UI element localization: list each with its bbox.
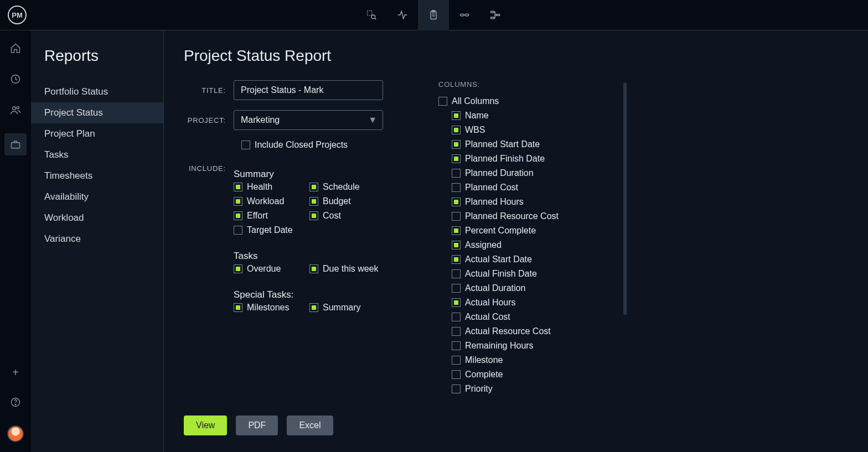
- include-special-milestones-box[interactable]: [234, 303, 242, 312]
- include-summary-cost-box[interactable]: [309, 211, 318, 220]
- flow-icon[interactable]: [480, 0, 511, 30]
- include-tasks-due-this-week[interactable]: Due this week: [309, 264, 383, 274]
- include-closed-checkbox[interactable]: Include Closed Projects: [241, 140, 348, 150]
- columns-planned-start-date-box[interactable]: [452, 140, 461, 149]
- columns-actual-hours-box[interactable]: [452, 298, 461, 307]
- svg-rect-11: [497, 14, 500, 16]
- include-summary-effort[interactable]: Effort: [234, 211, 307, 221]
- excel-button[interactable]: Excel: [287, 415, 333, 435]
- columns-actual-start-date[interactable]: Actual Start Date: [438, 254, 610, 264]
- report-link-tasks[interactable]: Tasks: [31, 144, 163, 165]
- columns-assigned-box[interactable]: [452, 241, 461, 250]
- report-link-workload[interactable]: Workload: [31, 207, 163, 228]
- include-summary-workload-box[interactable]: [234, 197, 242, 206]
- columns-planned-cost-box[interactable]: [452, 183, 461, 192]
- columns-complete-box[interactable]: [452, 370, 461, 379]
- include-summary-workload[interactable]: Workload: [234, 196, 307, 206]
- include-summary-target-date[interactable]: Target Date: [234, 225, 307, 235]
- include-tasks-overdue-box[interactable]: [234, 264, 242, 273]
- report-link-availability[interactable]: Availability: [31, 186, 163, 207]
- include-summary-schedule-box[interactable]: [309, 183, 318, 191]
- columns-wbs-box[interactable]: [452, 126, 461, 134]
- columns-actual-duration[interactable]: Actual Duration: [438, 283, 610, 293]
- include-special-summary-box[interactable]: [309, 303, 318, 312]
- help-icon[interactable]: [8, 394, 23, 410]
- logo[interactable]: PM: [8, 6, 27, 24]
- columns-actual-resource-cost-box[interactable]: [452, 327, 461, 336]
- add-icon[interactable]: +: [12, 366, 19, 379]
- project-select[interactable]: Marketing ▼: [234, 110, 383, 130]
- columns-planned-finish-date[interactable]: Planned Finish Date: [438, 154, 610, 164]
- include-summary-budget-box[interactable]: [309, 197, 318, 206]
- svg-point-17: [15, 404, 16, 405]
- include-tasks-overdue[interactable]: Overdue: [234, 264, 307, 274]
- include-summary-health-box[interactable]: [234, 183, 242, 191]
- columns-priority[interactable]: Priority: [438, 384, 610, 394]
- columns-name[interactable]: Name: [438, 111, 610, 121]
- include-closed-label: Include Closed Projects: [255, 140, 348, 150]
- columns-actual-cost-box[interactable]: [452, 313, 461, 321]
- scrollbar[interactable]: [623, 82, 627, 315]
- columns-actual-finish-date[interactable]: Actual Finish Date: [438, 269, 610, 279]
- include-summary-budget[interactable]: Budget: [309, 196, 383, 206]
- include-summary-target-date-box[interactable]: [234, 226, 242, 235]
- clipboard-icon[interactable]: [418, 0, 449, 30]
- pdf-button[interactable]: PDF: [236, 415, 278, 435]
- columns-planned-hours-box[interactable]: [452, 198, 461, 206]
- include-tasks-due-this-week-box[interactable]: [309, 264, 318, 273]
- columns-actual-resource-cost-label: Actual Resource Cost: [465, 326, 551, 336]
- columns-assigned[interactable]: Assigned: [438, 240, 610, 250]
- include-special-milestones[interactable]: Milestones: [234, 303, 307, 313]
- overview-icon[interactable]: [356, 0, 387, 30]
- columns-percent-complete-box[interactable]: [452, 226, 461, 235]
- columns-milestone-box[interactable]: [452, 356, 461, 365]
- columns-milestone[interactable]: Milestone: [438, 355, 610, 365]
- report-link-project-plan[interactable]: Project Plan: [31, 123, 163, 144]
- briefcase-icon[interactable]: [4, 133, 27, 155]
- columns-remaining-hours-box[interactable]: [452, 341, 461, 350]
- columns-planned-resource-cost-box[interactable]: [452, 212, 461, 221]
- columns-actual-duration-box[interactable]: [452, 284, 461, 293]
- avatar[interactable]: [7, 425, 24, 442]
- include-summary-schedule[interactable]: Schedule: [309, 182, 383, 192]
- columns-planned-finish-date-box[interactable]: [452, 154, 461, 163]
- reports-title: Reports: [44, 47, 163, 65]
- columns-planned-hours[interactable]: Planned Hours: [438, 197, 610, 207]
- columns-wbs[interactable]: WBS: [438, 125, 610, 135]
- columns-complete[interactable]: Complete: [438, 370, 610, 380]
- columns-priority-box[interactable]: [452, 385, 461, 393]
- clock-icon[interactable]: [8, 71, 23, 87]
- columns-actual-finish-date-box[interactable]: [452, 269, 461, 278]
- include-special-summary[interactable]: Summary: [309, 303, 383, 313]
- people-icon[interactable]: [8, 102, 23, 118]
- columns-planned-resource-cost[interactable]: Planned Resource Cost: [438, 211, 610, 221]
- activity-icon[interactable]: [387, 0, 418, 30]
- columns-remaining-hours[interactable]: Remaining Hours: [438, 341, 610, 351]
- columns-name-box[interactable]: [452, 111, 461, 120]
- columns-planned-start-date[interactable]: Planned Start Date: [438, 139, 610, 149]
- columns-actual-duration-label: Actual Duration: [465, 283, 525, 293]
- title-input[interactable]: [234, 80, 383, 100]
- columns-actual-hours[interactable]: Actual Hours: [438, 298, 610, 308]
- include-summary-health[interactable]: Health: [234, 182, 307, 192]
- columns-actual-cost[interactable]: Actual Cost: [438, 312, 610, 322]
- report-link-portfolio-status[interactable]: Portfolio Status: [31, 81, 163, 102]
- columns-planned-duration-box[interactable]: [452, 169, 461, 178]
- include-summary-health-label: Health: [247, 182, 272, 192]
- report-link-variance[interactable]: Variance: [31, 228, 163, 250]
- columns-all[interactable]: All Columns: [438, 96, 610, 106]
- include-summary-effort-box[interactable]: [234, 211, 242, 220]
- include-summary-cost[interactable]: Cost: [309, 211, 383, 221]
- view-button[interactable]: View: [184, 415, 227, 435]
- report-link-project-status[interactable]: Project Status: [31, 102, 163, 123]
- columns-planned-cost[interactable]: Planned Cost: [438, 183, 610, 193]
- columns-percent-complete[interactable]: Percent Complete: [438, 226, 610, 236]
- columns-all-box[interactable]: [438, 97, 447, 106]
- home-icon[interactable]: [8, 40, 23, 56]
- link-icon[interactable]: [449, 0, 480, 30]
- columns-planned-duration[interactable]: Planned Duration: [438, 168, 610, 178]
- columns-actual-start-date-box[interactable]: [452, 255, 461, 264]
- columns-actual-resource-cost[interactable]: Actual Resource Cost: [438, 326, 610, 336]
- svg-point-13: [13, 107, 16, 110]
- report-link-timesheets[interactable]: Timesheets: [31, 165, 163, 186]
